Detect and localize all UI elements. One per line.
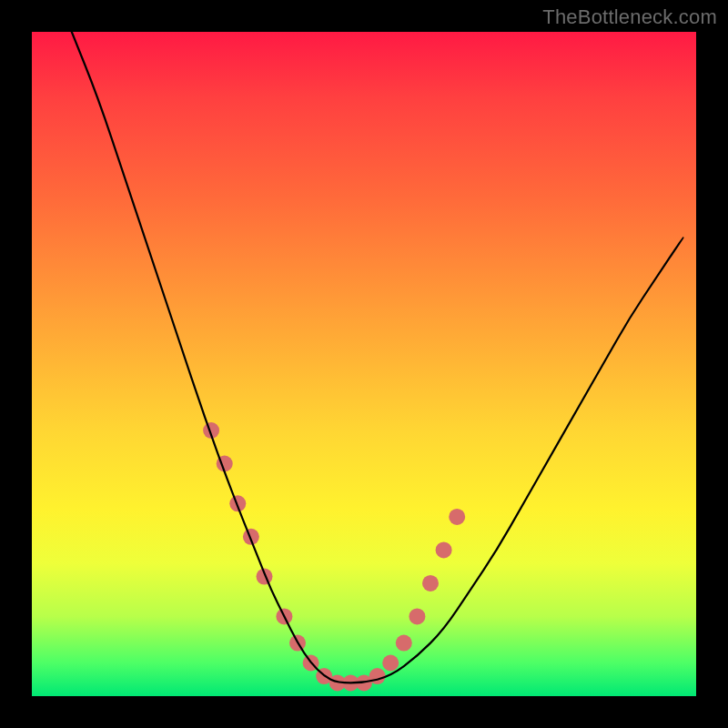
data-marker: [369, 668, 386, 684]
bottleneck-curve: [32, 32, 696, 696]
data-marker: [396, 635, 412, 652]
chart-frame: TheBottleneck.com: [0, 0, 728, 728]
data-marker: [436, 541, 452, 558]
plot-area: [32, 32, 696, 696]
data-marker: [449, 509, 465, 525]
data-marker: [422, 575, 439, 592]
data-marker: [382, 655, 399, 672]
watermark-text: TheBottleneck.com: [542, 5, 717, 29]
data-marker: [409, 608, 425, 624]
